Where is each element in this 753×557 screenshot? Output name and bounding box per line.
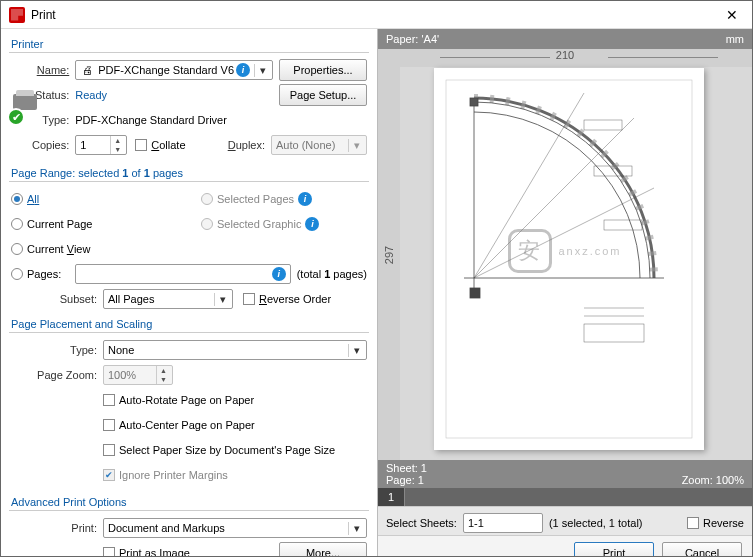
radio-all[interactable]: All bbox=[11, 193, 39, 205]
status-value: Ready bbox=[75, 89, 107, 101]
ignore-margins-checkbox: ✔Ignore Printer Margins bbox=[103, 469, 228, 481]
copies-spinner[interactable]: ▲▼ bbox=[75, 135, 127, 155]
radio-current-view[interactable]: Current View bbox=[11, 243, 90, 255]
print-as-image-checkbox[interactable]: Print as Image bbox=[103, 547, 190, 557]
info-icon[interactable]: i bbox=[298, 192, 312, 206]
placement-type-label: Type: bbox=[11, 344, 103, 356]
more-button[interactable]: More... bbox=[279, 542, 367, 557]
pages-input[interactable]: i bbox=[75, 264, 291, 284]
type-value: PDF-XChange Standard Driver bbox=[75, 114, 227, 126]
copies-label: Copies: bbox=[27, 139, 75, 151]
svg-rect-11 bbox=[584, 324, 644, 342]
svg-line-4 bbox=[474, 188, 654, 278]
page-setup-button[interactable]: Page Setup... bbox=[279, 84, 367, 106]
page-range-section: Page Range: selected 1 of 1 pages All Cu… bbox=[9, 164, 369, 313]
sheets-bar: 1 bbox=[378, 488, 752, 506]
select-sheets-row: Select Sheets: (1 selected, 1 total) Rev… bbox=[378, 506, 752, 535]
printer-header: Printer bbox=[9, 35, 369, 53]
ruler-top: 210 bbox=[378, 49, 752, 67]
auto-rotate-checkbox[interactable]: Auto-Rotate Page on Paper bbox=[103, 394, 254, 406]
radio-selected-pages: Selected Pages bbox=[201, 193, 294, 205]
chevron-down-icon[interactable]: ▾ bbox=[348, 522, 364, 535]
reverse-checkbox[interactable]: Reverse bbox=[687, 517, 744, 529]
page-content-svg bbox=[434, 68, 704, 450]
spinner-buttons[interactable]: ▲▼ bbox=[110, 136, 124, 154]
preview-body: 210 297 bbox=[378, 49, 752, 460]
info-icon[interactable]: i bbox=[272, 267, 286, 281]
chevron-down-icon[interactable]: ▾ bbox=[348, 344, 364, 357]
radio-pages[interactable]: Pages: bbox=[11, 268, 75, 280]
app-icon bbox=[9, 7, 25, 23]
close-icon[interactable]: ✕ bbox=[712, 1, 752, 29]
collate-label: Collate bbox=[151, 139, 185, 151]
sheet-tab-1[interactable]: 1 bbox=[378, 488, 405, 506]
cancel-button[interactable]: Cancel bbox=[662, 542, 742, 558]
select-sheets-label: Select Sheets: bbox=[386, 517, 457, 529]
properties-button[interactable]: Properties... bbox=[279, 59, 367, 81]
print-button[interactable]: Print bbox=[574, 542, 654, 558]
ruler-left: 297 bbox=[378, 49, 400, 460]
copies-input[interactable] bbox=[80, 136, 110, 154]
printer-name-value: PDF-XChange Standard V6 bbox=[98, 64, 234, 76]
chevron-down-icon[interactable]: ▾ bbox=[254, 64, 270, 77]
chevron-down-icon[interactable]: ▾ bbox=[214, 293, 230, 306]
printer-status-icon: ✔ bbox=[11, 94, 23, 124]
duplex-label: Duplex: bbox=[228, 139, 271, 151]
info-icon[interactable]: i bbox=[236, 63, 250, 77]
duplex-dropdown[interactable]: Auto (None) ▾ bbox=[271, 135, 367, 155]
svg-rect-0 bbox=[446, 80, 692, 438]
collate-checkbox[interactable]: Collate bbox=[135, 139, 185, 151]
subset-dropdown[interactable]: All Pages ▾ bbox=[103, 289, 233, 309]
radio-selected-graphic: Selected Graphic bbox=[201, 218, 301, 230]
select-sheets-info: (1 selected, 1 total) bbox=[549, 517, 643, 529]
subset-label: Subset: bbox=[11, 293, 103, 305]
printer-icon-small: 🖨 bbox=[80, 63, 94, 77]
svg-rect-13 bbox=[470, 98, 478, 106]
svg-rect-6 bbox=[584, 120, 622, 130]
total-pages-label: (total 1 pages) bbox=[297, 268, 367, 280]
svg-rect-12 bbox=[470, 288, 480, 298]
left-pane: Printer ✔ Name: 🖨 PDF-XChange Standard V… bbox=[1, 29, 377, 557]
advanced-section: Advanced Print Options Print: Document a… bbox=[9, 493, 369, 557]
radio-current-page[interactable]: Current Page bbox=[11, 218, 92, 230]
reverse-order-checkbox[interactable]: Reverse Order bbox=[243, 293, 331, 305]
print-label: Print: bbox=[11, 522, 103, 534]
preview-footer: Sheet: 1 Page: 1Zoom: 100% bbox=[378, 460, 752, 488]
dialog-buttons: Print Cancel bbox=[378, 535, 752, 557]
right-pane: Paper: 'A4' mm 210 297 bbox=[377, 29, 752, 557]
placement-type-dropdown[interactable]: None ▾ bbox=[103, 340, 367, 360]
type-label: Type: bbox=[27, 114, 75, 126]
auto-center-checkbox[interactable]: Auto-Center Page on Paper bbox=[103, 419, 255, 431]
info-icon[interactable]: i bbox=[305, 217, 319, 231]
preview-header: Paper: 'A4' mm bbox=[378, 29, 752, 49]
svg-rect-8 bbox=[604, 220, 642, 230]
name-label: Name: bbox=[27, 64, 75, 76]
printer-section: Printer ✔ Name: 🖨 PDF-XChange Standard V… bbox=[9, 35, 369, 162]
advanced-header: Advanced Print Options bbox=[9, 493, 369, 511]
print-what-dropdown[interactable]: Document and Markups ▾ bbox=[103, 518, 367, 538]
placement-section: Page Placement and Scaling Type: None ▾ … bbox=[9, 315, 369, 489]
zoom-spinner: ▲▼ bbox=[103, 365, 173, 385]
printer-name-dropdown[interactable]: 🖨 PDF-XChange Standard V6 i ▾ bbox=[75, 60, 273, 80]
titlebar: Print ✕ bbox=[1, 1, 752, 29]
paper-preview bbox=[434, 68, 704, 450]
svg-line-5 bbox=[474, 93, 584, 278]
zoom-label: Page Zoom: bbox=[11, 369, 103, 381]
range-header: Page Range: selected 1 of 1 pages bbox=[9, 164, 369, 182]
chevron-down-icon[interactable]: ▾ bbox=[348, 139, 364, 152]
select-sheets-input[interactable] bbox=[463, 513, 543, 533]
placement-header: Page Placement and Scaling bbox=[9, 315, 369, 333]
svg-line-3 bbox=[474, 118, 634, 278]
select-paper-checkbox[interactable]: Select Paper Size by Document's Page Siz… bbox=[103, 444, 335, 456]
window-title: Print bbox=[31, 8, 712, 22]
